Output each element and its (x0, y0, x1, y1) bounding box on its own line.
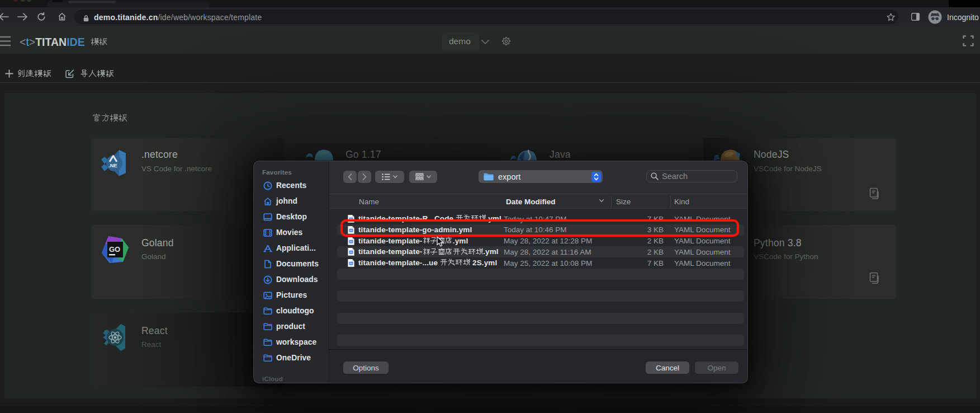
cancel-button[interactable]: Cancel (646, 362, 689, 374)
create-template-label (17, 69, 51, 78)
location-stepper[interactable] (591, 172, 601, 182)
sidebar-item-pictures[interactable]: Pictures (263, 290, 307, 301)
home-icon (263, 197, 272, 206)
sidebar-item-label: cloudtogo (276, 307, 314, 315)
file-row[interactable]: titanide-template-.ymlMay 28, 2022 at 11… (329, 246, 747, 257)
sidebar-section-favorites: Favorites (262, 169, 292, 176)
search-placeholder: Search (662, 172, 688, 181)
cjk-glyph-板 (119, 114, 127, 122)
group-view-dropdown[interactable] (409, 171, 437, 183)
cjk-glyph-开 (440, 259, 447, 266)
copy-template-icon[interactable] (868, 187, 880, 200)
svg-text:GO: GO (109, 245, 120, 254)
search-input[interactable]: Search (646, 170, 737, 182)
url-domain: demo.titanide.cn (94, 13, 158, 22)
url-path: /ide/web/workspace/template (158, 13, 262, 22)
sidebar-item-label: OneDrive (276, 354, 311, 362)
cjk-glyph-入 (88, 69, 97, 78)
cjk-glyph-环 (468, 248, 475, 255)
cjk-glyph-板 (106, 69, 114, 78)
window-corner-overlay (949, 0, 980, 8)
screenshot-stage: demo.titanide.cn/ide/web/workspace/templ… (0, 0, 980, 413)
column-date-modified[interactable]: Date Modified (506, 198, 556, 206)
column-name[interactable]: Name (359, 198, 379, 206)
sidebar-item-product[interactable]: product (263, 321, 305, 332)
back-icon[interactable] (0, 13, 10, 21)
list-view-dropdown[interactable] (375, 171, 404, 183)
file-size: 7 KB (609, 259, 664, 267)
page-title (91, 37, 107, 46)
file-row[interactable]: titanide-template-...ue 2S.ymlMay 25, 20… (329, 257, 747, 269)
cjk-glyph-环 (455, 259, 462, 266)
card-subtitle: VS Code for .netcore (141, 165, 212, 173)
cjk-glyph-开 (453, 248, 460, 255)
forward-icon[interactable] (17, 13, 28, 21)
cjk-glyph-导 (80, 69, 88, 78)
chevron-down-icon (427, 175, 431, 179)
group-view-icon (415, 173, 424, 180)
traffic-min-icon[interactable] (21, 0, 25, 2)
copy-template-icon[interactable] (868, 272, 880, 285)
incognito-avatar-icon[interactable] (928, 10, 942, 24)
file-list-header: Name Date Modified Size Kind (329, 194, 747, 209)
logo-titan: TITAN (35, 36, 67, 48)
sidebar-item-applicati-[interactable]: Applicati... (263, 243, 316, 254)
open-button[interactable]: Open (695, 362, 738, 374)
traffic-zoom-icon[interactable] (27, 0, 31, 2)
sidebar-item-label: Movies (276, 228, 302, 237)
dialog-forward-button[interactable] (358, 171, 371, 183)
folder-icon (263, 322, 272, 331)
official-templates-heading (92, 113, 127, 123)
photo-icon (263, 291, 272, 300)
bookmark-star-icon[interactable] (887, 13, 895, 21)
yaml-document-icon (347, 237, 355, 246)
sidebar-item-cloudtogo[interactable]: cloudtogo (263, 306, 314, 317)
location-dropdown[interactable]: export (479, 170, 603, 183)
netcore-vscode-icon: .NE (101, 148, 130, 177)
sidebar-item-documents[interactable]: Documents (263, 259, 319, 270)
traffic-close-icon[interactable] (13, 0, 18, 2)
sidebar-item-workspace[interactable]: workspace (263, 337, 316, 348)
sidebar-item-recents[interactable]: Recents (263, 180, 306, 191)
sidebar-item-movies[interactable]: Movies (263, 227, 302, 238)
file-row[interactable]: titanide-template-.ymlMay 28, 2022 at 12… (329, 236, 747, 247)
reload-icon[interactable] (37, 12, 46, 21)
cjk-glyph-袜 (423, 237, 430, 244)
card-subtitle: VSCode for Python (754, 252, 818, 261)
column-size[interactable]: Size (616, 198, 631, 206)
app-logo[interactable]: <t>TITANIDE (20, 36, 85, 49)
fullscreen-icon[interactable] (963, 35, 974, 46)
sidebar-section-icloud: iCloud (262, 376, 283, 382)
divider (0, 82, 980, 83)
menu-hamburger-icon[interactable] (0, 36, 11, 46)
desktop-icon (263, 213, 272, 222)
sidebar-item-johnd[interactable]: johnd (263, 196, 297, 207)
sidebar-item-label: Documents (276, 260, 319, 268)
film-icon (263, 228, 272, 237)
sidebar-item-onedrive[interactable]: OneDrive (263, 353, 311, 364)
import-template-button[interactable] (65, 69, 114, 78)
browser-toolbar: demo.titanide.cn/ide/web/workspace/templ… (0, 7, 980, 26)
dialog-back-button[interactable] (343, 171, 357, 183)
import-template-label (80, 69, 114, 78)
settings-gear-icon[interactable] (501, 36, 511, 46)
card-subtitle: Goland (141, 252, 166, 261)
column-kind[interactable]: Kind (674, 198, 689, 206)
chevron-left-icon (348, 173, 352, 180)
logo-ide: IDE (67, 36, 85, 48)
annotation-highlight-box (340, 219, 739, 237)
options-button[interactable]: Options (343, 362, 389, 374)
location-label: export (498, 172, 520, 181)
create-template-button[interactable] (5, 69, 51, 78)
dialog-main: export Search Name Date Modified Size (329, 161, 747, 383)
sidebar-item-downloads[interactable]: Downloads (263, 274, 318, 285)
sidebar-item-label: Desktop (276, 213, 307, 221)
sidebar-item-desktop[interactable]: Desktop (263, 212, 307, 223)
home-icon[interactable] (58, 12, 67, 21)
sidebar-item-label: product (276, 322, 305, 331)
cjk-glyph-方 (101, 114, 110, 122)
side-panel-icon[interactable] (911, 13, 920, 21)
workspace-chevron-icon[interactable] (481, 40, 489, 44)
card-title: React (141, 325, 168, 337)
workspace-select[interactable]: demo (449, 36, 471, 46)
